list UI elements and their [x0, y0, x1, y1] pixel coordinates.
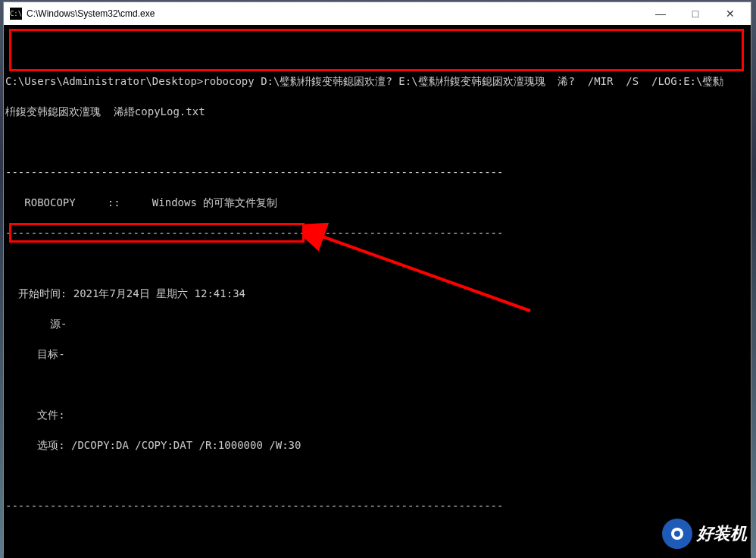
terminal-line: [5, 134, 749, 149]
minimize-button[interactable]: —: [643, 2, 678, 25]
terminal-line: 源-: [5, 316, 749, 331]
terminal-line: ROBOCOPY :: Windows 的可靠文件复制: [5, 195, 749, 210]
terminal-line: [5, 528, 749, 544]
terminal-line: [5, 377, 749, 392]
terminal-line: C:\Users\Administrator\Desktop>robocopy …: [5, 74, 749, 89]
terminal-output[interactable]: C:\Users\Administrator\Desktop>robocopy …: [4, 25, 751, 558]
cmd-window: C:\ C:\Windows\System32\cmd.exe — □ ✕ C:…: [3, 2, 751, 553]
window-controls: — □ ✕: [643, 2, 748, 25]
window-title: C:\Windows\System32\cmd.exe: [27, 8, 643, 19]
terminal-line: ----------------------------------------…: [5, 225, 749, 240]
terminal-line: [5, 468, 749, 483]
terminal-line: 选项: /DCOPY:DA /COPY:DAT /R:1000000 /W:30: [5, 437, 749, 453]
terminal-line: 目标-: [5, 346, 749, 362]
terminal-line: 开始时间: 2021年7月24日 星期六 12:41:34: [5, 286, 749, 301]
cmd-icon: C:\: [10, 8, 22, 20]
terminal-line: 枡鍑变韩鎴囦欢澶瑰 浠緡copyLog.txt: [5, 104, 749, 119]
terminal-line: ----------------------------------------…: [5, 498, 749, 513]
close-button[interactable]: ✕: [713, 2, 748, 25]
watermark-logo-icon: [662, 519, 692, 549]
terminal-line: [5, 43, 749, 58]
maximize-button[interactable]: □: [678, 2, 713, 25]
terminal-line: 文件:: [5, 407, 749, 422]
terminal-line: ----------------------------------------…: [5, 165, 749, 180]
watermark: 好装机: [662, 519, 747, 549]
watermark-text: 好装机: [697, 522, 747, 545]
titlebar[interactable]: C:\ C:\Windows\System32\cmd.exe — □ ✕: [4, 2, 751, 25]
terminal-line: [5, 255, 749, 271]
